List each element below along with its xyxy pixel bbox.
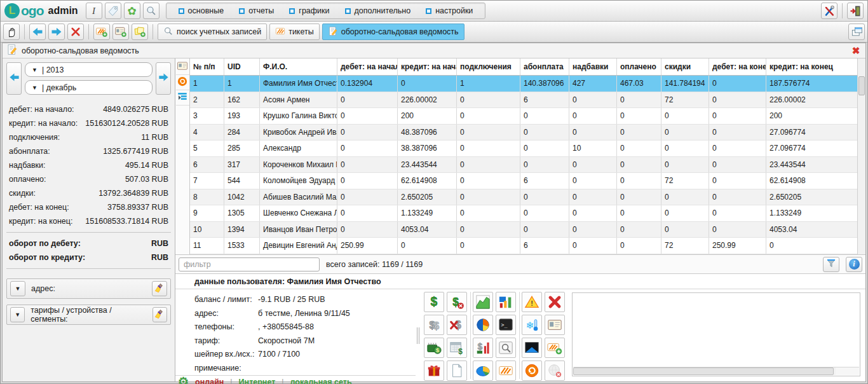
ticket-add-button[interactable] xyxy=(545,338,565,358)
info-button[interactable]: i xyxy=(846,257,862,272)
table-row[interactable]: 81042Абишев Василий Малае02.650205000000… xyxy=(190,189,857,206)
stat-label: скидки: xyxy=(9,186,36,200)
table-cell: 1042 xyxy=(224,189,260,205)
search-window-icon xyxy=(498,340,513,355)
text-cursor-button[interactable]: I xyxy=(86,3,102,19)
column-header[interactable]: Ф.И.О. xyxy=(260,58,337,75)
table-row[interactable]: 6317Короченков Михаил Ми023.443544000000… xyxy=(190,157,857,174)
bar-chart-button[interactable] xyxy=(496,292,516,312)
menu-item-label: отчеты xyxy=(248,6,274,15)
clear-address-button[interactable] xyxy=(152,281,167,296)
delete-button[interactable] xyxy=(67,24,84,40)
table-cell: 0 xyxy=(520,222,569,238)
screen-button[interactable] xyxy=(522,338,542,358)
menu-item-osnovnye[interactable]: основные xyxy=(173,5,230,17)
cascade-windows-icon xyxy=(850,25,863,38)
refresh-table-button[interactable] xyxy=(176,75,189,90)
tag-button[interactable] xyxy=(105,3,121,19)
next-period-button[interactable] xyxy=(156,62,171,95)
add-note-button[interactable] xyxy=(132,24,148,40)
table-row[interactable]: 5285Александр038.387096001000027.096774 xyxy=(190,141,857,157)
vertical-scrollbar[interactable] xyxy=(857,58,865,254)
add-ticket-button[interactable] xyxy=(93,24,110,40)
forward-button[interactable] xyxy=(48,24,65,40)
warning-button[interactable]: ! xyxy=(522,292,542,312)
circuit-dollar-button[interactable]: $ xyxy=(424,338,444,358)
section-tariffs-devices-segments[interactable]: ▼ тарифы / устройства / сегменты: xyxy=(6,305,171,325)
red-cross-button[interactable] xyxy=(545,292,565,312)
table-row[interactable]: 111533Девицин Евгений Андре250.990060072… xyxy=(190,238,857,254)
year-select[interactable]: ▼ | 2013 xyxy=(25,62,153,77)
search-button[interactable] xyxy=(143,3,159,19)
list-view-button[interactable] xyxy=(176,90,189,106)
table-row[interactable]: 91305Шевченко Снежана Ле01.1332490000001… xyxy=(190,205,857,222)
table-cell: 0 xyxy=(520,141,569,156)
horizontal-scrollbar[interactable] xyxy=(573,367,859,375)
column-header[interactable]: надбавки xyxy=(569,58,617,75)
column-header[interactable]: UID xyxy=(224,58,260,75)
section-address[interactable]: ▼ адрес: xyxy=(6,278,171,299)
messenger-button[interactable]: ✿ xyxy=(124,3,140,19)
filter-input[interactable] xyxy=(179,257,320,271)
svg-text:$: $ xyxy=(436,347,439,353)
column-header[interactable]: кредит: на конец xyxy=(766,58,857,75)
terminal-button[interactable]: >_ xyxy=(496,315,516,335)
gift-button[interactable] xyxy=(424,360,444,381)
refresh-button[interactable] xyxy=(522,360,542,381)
column-header[interactable]: дебет: на конец xyxy=(709,58,766,75)
menu-item-otchety[interactable]: отчеты xyxy=(233,5,280,17)
user-details-title: данные пользователя: Фамилия Имя Отчеств… xyxy=(175,274,865,289)
expand-address-button[interactable]: ▼ xyxy=(10,281,25,296)
column-header[interactable]: абонплата xyxy=(520,58,569,75)
scrollbar-thumb[interactable] xyxy=(858,76,865,95)
dollar-gray-button[interactable]: $$ xyxy=(424,315,444,335)
area-chart-button[interactable] xyxy=(473,292,493,312)
ticket-button[interactable] xyxy=(496,360,516,381)
column-header[interactable]: кредит: на начало xyxy=(398,58,457,75)
snowflake-button[interactable]: ❄ xyxy=(522,315,542,335)
dollar-green-remove-button[interactable]: $ xyxy=(447,292,467,312)
column-header[interactable]: оплачено xyxy=(617,58,661,75)
menu-item-dopolnitelno[interactable]: дополнительно xyxy=(339,5,417,17)
tab-tickets[interactable]: тикеты xyxy=(269,24,320,40)
table-row[interactable]: 2162Асоян Армен0226.000020600720226.0000… xyxy=(190,92,857,109)
column-header[interactable]: № п/п xyxy=(190,58,224,75)
panel-splitter[interactable] xyxy=(416,289,421,381)
previous-period-button[interactable] xyxy=(6,62,22,95)
id-card-button[interactable] xyxy=(545,315,565,335)
table-row[interactable]: 4284Кривобок Андрей Иван048.387096000000… xyxy=(190,125,857,141)
account-card-button[interactable] xyxy=(176,60,189,75)
pan-button[interactable] xyxy=(3,24,20,40)
pie-globe-button[interactable] xyxy=(473,315,493,335)
globe-disabled-button[interactable] xyxy=(545,360,565,381)
dollar-green-button[interactable]: $ xyxy=(424,292,444,312)
filter-button[interactable] xyxy=(823,257,839,272)
document-button[interactable] xyxy=(447,360,467,381)
scrollbar-thumb[interactable] xyxy=(573,367,834,375)
table-row[interactable]: 3193Крушко Галина Викторо0200000000200 xyxy=(190,108,857,125)
table-row[interactable]: 101394Иванцов Иван Петрови04053.04000000… xyxy=(190,222,857,238)
dollar-chart-button[interactable]: $ xyxy=(473,338,493,358)
tab-balance-sheet[interactable]: оборотно-сальдовая ведомость xyxy=(322,24,465,40)
cascade-windows-button[interactable] xyxy=(848,24,865,40)
close-panel-button[interactable]: ✖ xyxy=(850,45,862,57)
clear-tariffs-button[interactable] xyxy=(153,307,167,322)
expand-tariffs-button[interactable]: ▼ xyxy=(10,307,25,322)
month-select[interactable]: ▼ | декабрь xyxy=(25,80,153,95)
pie-3d-button[interactable] xyxy=(473,360,493,381)
search-window-button[interactable] xyxy=(496,338,516,358)
dollar-gray-remove-button[interactable]: $ xyxy=(447,315,467,335)
column-header[interactable]: дебет: на начало xyxy=(337,58,398,75)
calendar-dollar-button[interactable]: $ xyxy=(447,338,467,358)
tools-button[interactable] xyxy=(821,3,837,19)
menu-item-grafiki[interactable]: графики xyxy=(283,5,335,17)
column-header[interactable]: скидки xyxy=(661,58,709,75)
column-header[interactable]: подключения xyxy=(457,58,520,75)
add-account-button[interactable] xyxy=(112,24,129,40)
menu-item-nastroyki[interactable]: настройки xyxy=(420,5,478,17)
back-button[interactable] xyxy=(29,24,46,40)
table-row[interactable]: 11Фамилия Имя Отчество0.13290401140.3870… xyxy=(190,76,857,92)
tab-account-search[interactable]: поиск учетных записей xyxy=(158,24,267,40)
table-row[interactable]: 7544Коломойцев Эдуард062.614908060072062… xyxy=(190,173,857,189)
logout-button[interactable] xyxy=(847,3,864,19)
